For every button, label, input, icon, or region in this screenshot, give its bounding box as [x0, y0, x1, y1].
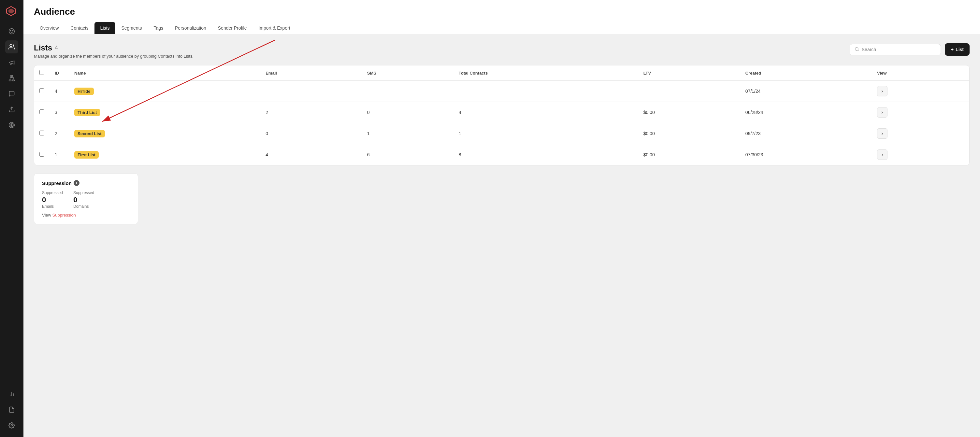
tab-personalization[interactable]: Personalization — [169, 22, 212, 34]
view-button[interactable]: › — [877, 128, 888, 139]
row-checkbox[interactable] — [40, 130, 44, 135]
svg-point-10 — [9, 122, 15, 128]
hierarchy-icon[interactable] — [5, 72, 18, 85]
suppressed-emails-label: Suppressed — [42, 191, 63, 195]
list-name-badge: First List — [74, 151, 99, 159]
palette-icon[interactable] — [5, 25, 18, 38]
suppression-stats: Suppressed 0 Emails Suppressed 0 Domains — [42, 191, 130, 210]
suppressed-domains-label: Suppressed — [73, 191, 94, 195]
suppressed-domains-value: 0 — [73, 196, 94, 204]
export-icon[interactable] — [5, 103, 18, 116]
row-total-contacts: 4 — [453, 102, 638, 123]
logo-icon[interactable] — [5, 5, 18, 18]
row-checkbox-cell — [34, 144, 49, 165]
tab-segments[interactable]: Segments — [115, 22, 148, 34]
svg-point-5 — [10, 44, 12, 47]
view-button[interactable]: › — [877, 107, 888, 118]
select-all-checkbox[interactable] — [40, 70, 44, 75]
svg-rect-8 — [13, 80, 15, 81]
view-button[interactable]: › — [877, 149, 888, 160]
row-checkbox[interactable] — [40, 110, 44, 114]
table-row: 4 HiTide 07/1/24 › — [34, 81, 969, 102]
lists-title-block: Lists 4 Manage and organize the members … — [34, 43, 194, 59]
row-name: First List — [69, 144, 260, 165]
list-name-badge: Third List — [74, 109, 100, 116]
header-total-contacts: Total Contacts — [453, 65, 638, 81]
suppression-title: Suppression — [42, 180, 72, 186]
list-name-badge: Second List — [74, 130, 105, 137]
target-icon[interactable] — [5, 119, 18, 132]
row-name: Second List — [69, 123, 260, 144]
content-wrapper: Lists 4 Manage and organize the members … — [34, 43, 970, 224]
search-box[interactable] — [850, 44, 941, 56]
table-row: 3 Third List 2 0 4 $0.00 06/28/24 › — [34, 102, 969, 123]
row-checkbox[interactable] — [40, 88, 44, 93]
svg-line-20 — [858, 50, 859, 51]
row-email: 2 — [260, 102, 362, 123]
megaphone-icon[interactable] — [5, 56, 18, 69]
row-ltv — [638, 81, 740, 102]
info-icon[interactable]: i — [74, 180, 80, 186]
svg-point-2 — [9, 29, 15, 34]
suppressed-domains-block: Suppressed 0 Domains — [73, 191, 94, 210]
row-created: 06/28/24 — [740, 102, 872, 123]
search-input[interactable] — [862, 47, 936, 52]
settings-icon[interactable] — [5, 419, 18, 432]
header-sms: SMS — [362, 65, 453, 81]
view-button[interactable]: › — [877, 86, 888, 96]
tab-tags[interactable]: Tags — [148, 22, 169, 34]
row-checkbox-cell — [34, 123, 49, 144]
tab-sender-profile[interactable]: Sender Profile — [212, 22, 253, 34]
add-list-button[interactable]: + List — [945, 43, 970, 56]
lists-actions: + List — [850, 43, 970, 56]
table-row: 1 First List 4 6 8 $0.00 07/30/23 › — [34, 144, 969, 165]
row-total-contacts: 8 — [453, 144, 638, 165]
search-icon — [854, 47, 859, 52]
header-id: ID — [49, 65, 69, 81]
suppression-view-label: View — [42, 213, 51, 218]
lists-title-row: Lists 4 — [34, 43, 194, 52]
row-checkbox-cell — [34, 102, 49, 123]
svg-marker-1 — [8, 8, 14, 14]
header-view: View — [872, 65, 969, 81]
row-ltv: $0.00 — [638, 102, 740, 123]
row-checkbox-cell — [34, 81, 49, 102]
lists-subtitle: Manage and organize the members of your … — [34, 54, 194, 59]
tab-lists[interactable]: Lists — [94, 22, 116, 34]
tab-import-export[interactable]: Import & Export — [253, 22, 296, 34]
svg-point-11 — [10, 123, 13, 127]
row-checkbox[interactable] — [40, 152, 44, 157]
document-icon[interactable] — [5, 403, 18, 416]
lists-count: 4 — [55, 44, 58, 51]
users-icon[interactable] — [5, 40, 18, 53]
row-email: 0 — [260, 123, 362, 144]
header-created: Created — [740, 65, 872, 81]
chart-icon[interactable] — [5, 388, 18, 400]
row-ltv: $0.00 — [638, 144, 740, 165]
table-row: 2 Second List 0 1 1 $0.00 09/7/23 › — [34, 123, 969, 144]
suppressed-emails-value: 0 — [42, 196, 63, 204]
suppressed-emails-sublabel: Emails — [42, 204, 63, 209]
row-email: 4 — [260, 144, 362, 165]
row-created: 07/30/23 — [740, 144, 872, 165]
header-email: Email — [260, 65, 362, 81]
tab-overview[interactable]: Overview — [34, 22, 65, 34]
svg-rect-7 — [9, 80, 11, 81]
suppression-link-row: View Suppression — [42, 213, 130, 218]
lists-table-container: ID Name Email SMS Total Contacts LTV Cre… — [34, 65, 970, 165]
row-view: › — [872, 123, 969, 144]
row-sms — [362, 81, 453, 102]
table-header-row: ID Name Email SMS Total Contacts LTV Cre… — [34, 65, 969, 81]
sidebar — [0, 0, 24, 437]
suppression-title-row: Suppression i — [42, 180, 130, 186]
header-checkbox-cell — [34, 65, 49, 81]
chat-icon[interactable] — [5, 87, 18, 100]
row-name: Third List — [69, 102, 260, 123]
lists-title: Lists — [34, 43, 52, 52]
suppression-link[interactable]: Suppression — [52, 213, 76, 218]
tab-contacts[interactable]: Contacts — [65, 22, 94, 34]
svg-rect-6 — [11, 76, 13, 76]
header-name: Name — [69, 65, 260, 81]
row-id: 1 — [49, 144, 69, 165]
row-id: 3 — [49, 102, 69, 123]
